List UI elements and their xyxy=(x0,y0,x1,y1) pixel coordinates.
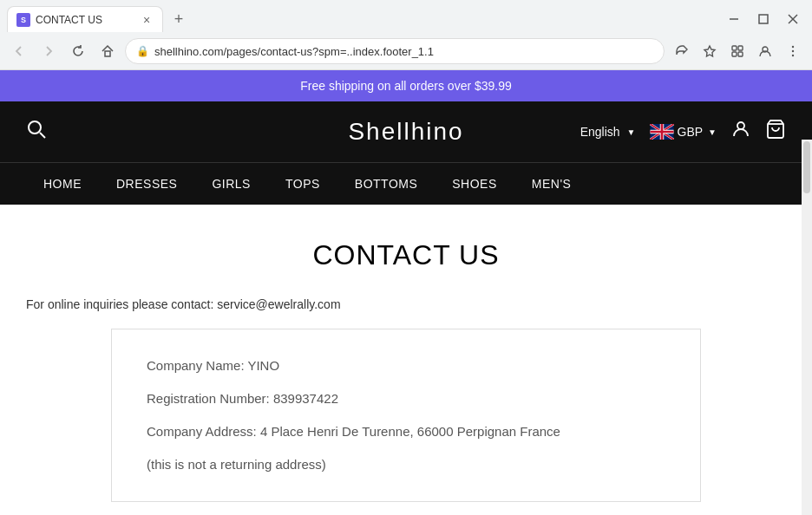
reload-button[interactable] xyxy=(66,39,90,63)
company-address-line: Company Address: 4 Place Henri De Turenn… xyxy=(147,421,665,442)
nav-item-tops[interactable]: TOPS xyxy=(268,163,337,205)
svg-rect-7 xyxy=(738,46,743,50)
company-name-line: Company Name: YINO xyxy=(147,355,665,376)
language-label: English xyxy=(580,125,620,139)
cart-icon[interactable] xyxy=(765,119,786,145)
svg-rect-6 xyxy=(732,46,737,50)
address-bar[interactable]: 🔒 shellhino.com/pages/contact-us?spm=..i… xyxy=(125,38,665,64)
svg-point-12 xyxy=(792,50,794,52)
currency-label: GBP xyxy=(678,125,704,139)
company-note-line: (this is not a returning address) xyxy=(147,454,665,475)
language-selector[interactable]: English ▼ xyxy=(580,125,636,139)
minimize-button[interactable] xyxy=(722,10,746,28)
svg-point-17 xyxy=(737,122,744,129)
header-top: Shellhino English ▼ xyxy=(26,101,786,162)
banner-text: Free shipping on all orders over $39.99 xyxy=(300,79,512,93)
nav-item-girls[interactable]: GIRLS xyxy=(194,163,268,205)
share-icon[interactable] xyxy=(670,39,694,63)
uk-flag-icon xyxy=(650,124,674,140)
svg-point-11 xyxy=(792,46,794,48)
main-content: CONTACT US For online inquiries please c… xyxy=(0,205,812,515)
nav-item-shoes[interactable]: SHOES xyxy=(435,163,514,205)
extension-icon[interactable] xyxy=(725,39,750,63)
company-registration-line: Registration Number: 839937422 xyxy=(147,388,665,409)
tab-title: CONTACT US xyxy=(36,14,133,26)
site-header: Shellhino English ▼ xyxy=(0,101,812,162)
more-menu-icon[interactable] xyxy=(781,39,805,63)
home-button[interactable] xyxy=(95,39,120,63)
close-window-button[interactable] xyxy=(781,10,805,28)
site-nav: HOME DRESSES GIRLS TOPS BOTTOMS SHOES ME… xyxy=(0,162,812,205)
account-icon[interactable] xyxy=(730,119,751,145)
browser-chrome: S CONTACT US × + xyxy=(0,0,812,70)
maximize-button[interactable] xyxy=(751,10,776,28)
browser-addressbar: 🔒 shellhino.com/pages/contact-us?spm=..i… xyxy=(0,33,812,69)
site-wrapper: Free shipping on all orders over $39.99 … xyxy=(0,70,812,515)
browser-titlebar: S CONTACT US × + xyxy=(0,0,812,33)
svg-point-14 xyxy=(29,121,41,134)
svg-rect-4 xyxy=(105,51,110,56)
forward-button[interactable] xyxy=(36,39,61,63)
search-icon[interactable] xyxy=(26,119,47,145)
back-button[interactable] xyxy=(7,39,31,63)
tab-favicon: S xyxy=(16,13,30,27)
svg-point-13 xyxy=(792,55,794,56)
bookmark-star-icon[interactable] xyxy=(697,39,722,63)
svg-rect-1 xyxy=(759,15,768,23)
profile-icon[interactable] xyxy=(753,39,777,63)
page-title: CONTACT US xyxy=(26,239,786,271)
tab-close-button[interactable]: × xyxy=(140,13,154,27)
browser-toolbar-icons xyxy=(670,39,805,63)
currency-selector[interactable]: GBP ▼ xyxy=(650,124,717,140)
svg-line-15 xyxy=(40,133,45,138)
site-brand[interactable]: Shellhino xyxy=(348,118,463,146)
svg-rect-8 xyxy=(732,52,737,56)
currency-chevron-icon: ▼ xyxy=(708,127,717,137)
company-info-box: Company Name: YINO Registration Number: … xyxy=(111,329,701,502)
svg-rect-9 xyxy=(738,52,743,56)
new-tab-button[interactable]: + xyxy=(167,7,191,31)
inquiry-text: For online inquiries please contact: ser… xyxy=(26,297,786,311)
inquiry-label: For online inquiries please contact: ser… xyxy=(26,297,341,311)
nav-item-dresses[interactable]: DRESSES xyxy=(99,163,194,205)
nav-list: HOME DRESSES GIRLS TOPS BOTTOMS SHOES ME… xyxy=(0,163,812,205)
window-controls xyxy=(722,10,805,28)
nav-item-home[interactable]: HOME xyxy=(26,163,99,205)
header-right: English ▼ GBP ▼ xyxy=(580,119,786,145)
shipping-banner: Free shipping on all orders over $39.99 xyxy=(0,70,812,101)
scrollbar-thumb[interactable] xyxy=(803,141,810,193)
scrollbar[interactable] xyxy=(802,140,812,515)
language-chevron-icon: ▼ xyxy=(627,127,636,137)
browser-tab[interactable]: S CONTACT US × xyxy=(7,6,163,32)
url-text: shellhino.com/pages/contact-us?spm=..ind… xyxy=(154,45,434,58)
svg-marker-5 xyxy=(704,46,715,56)
nav-item-mens[interactable]: MEN'S xyxy=(514,163,589,205)
nav-item-bottoms[interactable]: BOTTOMS xyxy=(337,163,435,205)
lock-icon: 🔒 xyxy=(136,45,149,57)
